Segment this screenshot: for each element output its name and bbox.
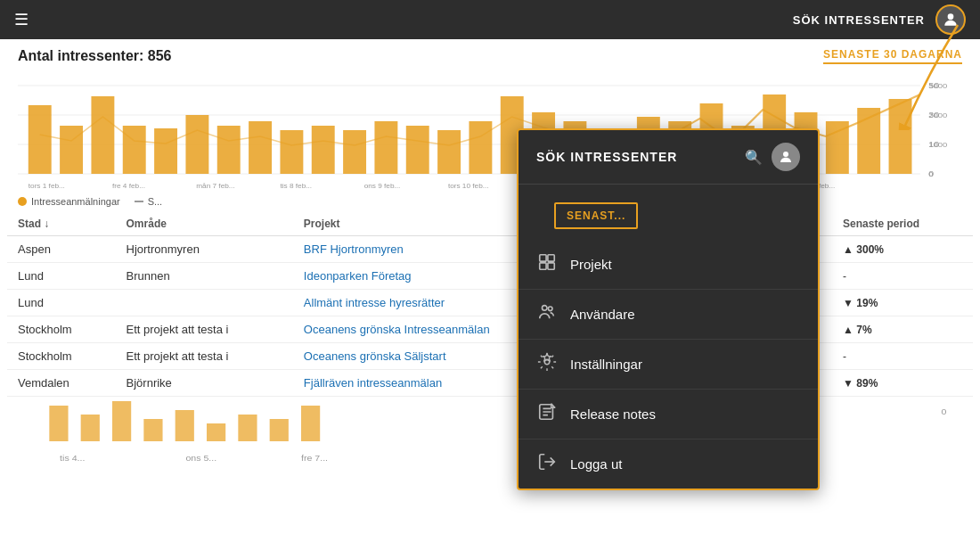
svg-text:mån 7 feb...: mån 7 feb... xyxy=(196,183,234,190)
dropdown-menu: SÖK INTRESSENTER 🔍 SENAST... xyxy=(517,128,820,490)
period-badge[interactable]: SENASTE 30 DAGARNA xyxy=(823,48,962,64)
stats-title: Antal intressenter: 856 xyxy=(18,48,172,64)
menu-item-logga-ut-label: Logga ut xyxy=(570,456,622,472)
projekt-link[interactable]: BRF Hjortronmyren xyxy=(304,242,404,256)
main-content: Antal intressenter: 856 SENASTE 30 DAGAR… xyxy=(0,39,980,542)
svg-rect-16 xyxy=(249,121,272,174)
svg-point-70 xyxy=(548,307,552,311)
svg-rect-68 xyxy=(548,263,554,269)
svg-rect-22 xyxy=(437,130,461,174)
svg-point-64 xyxy=(783,152,788,157)
svg-rect-21 xyxy=(406,126,429,174)
dropdown-period-container: SENAST... xyxy=(519,185,818,240)
projekt-link[interactable]: Oceanens grönska Intresseanmälan xyxy=(304,323,490,336)
cell-stad: Vemdalen xyxy=(7,370,116,397)
cell-stad: Lund xyxy=(7,290,116,316)
svg-rect-13 xyxy=(154,128,177,174)
logga-ut-icon xyxy=(536,452,558,476)
dropdown-period-badge[interactable]: SENAST... xyxy=(554,202,638,229)
svg-text:ons 5...: ons 5... xyxy=(185,454,216,463)
table-row: Aspen Hjortronmyren BRF Hjortronmyren 20… xyxy=(7,236,973,263)
svg-rect-65 xyxy=(540,255,546,261)
menu-item-release-notes-label: Release notes xyxy=(570,406,656,422)
legend-item-1: Intresseanmälningar xyxy=(18,196,120,207)
dropdown-title: SÖK INTRESSENTER xyxy=(536,150,677,164)
svg-rect-20 xyxy=(374,121,397,174)
dropdown-search-icon[interactable]: 🔍 xyxy=(745,149,763,166)
svg-text:tis 8 feb...: tis 8 feb... xyxy=(280,183,312,190)
projekt-link[interactable]: Oceanens grönska Säljstart xyxy=(304,349,446,363)
projekt-link[interactable]: Allmänt intresse hyresrätter xyxy=(304,296,445,309)
cell-omrade: Björnrike xyxy=(116,370,293,397)
table-row: Lund Allmänt intresse hyresrätter 2021-0… xyxy=(7,290,973,316)
legend-item-2: S... xyxy=(135,196,163,207)
svg-rect-11 xyxy=(91,96,114,174)
col-header-omrade[interactable]: Område xyxy=(116,212,293,236)
cell-stad: Lund xyxy=(7,263,116,290)
svg-rect-67 xyxy=(540,263,546,269)
svg-rect-12 xyxy=(123,126,146,174)
svg-text:3000: 3000 xyxy=(928,82,947,90)
top-navigation: ☰ SÖK INTRESSENTER xyxy=(0,0,980,39)
bottom-chart-area: tis 4... ons 5... fre 7... 0 xyxy=(0,397,980,468)
svg-rect-51 xyxy=(81,415,100,441)
cell-stad: Aspen xyxy=(7,236,116,263)
svg-text:tors 10 feb...: tors 10 feb... xyxy=(448,183,489,190)
svg-text:ons 9 feb...: ons 9 feb... xyxy=(364,183,401,190)
table-row: Vemdalen Björnrike Fjällräven intressean… xyxy=(7,370,973,397)
nav-left: ☰ xyxy=(14,10,29,29)
menu-item-projekt[interactable]: Projekt xyxy=(519,240,818,290)
col-header-stad[interactable]: Stad ↓ xyxy=(7,212,116,236)
svg-rect-54 xyxy=(176,410,194,441)
svg-rect-52 xyxy=(112,401,131,441)
cell-omrade xyxy=(116,290,293,316)
hamburger-icon[interactable]: ☰ xyxy=(14,10,29,29)
svg-rect-56 xyxy=(238,415,257,441)
table-row: Stockholm Ett projekt att testa i Oceane… xyxy=(7,343,973,370)
installningar-icon xyxy=(536,352,558,376)
cell-senaste: - xyxy=(832,343,973,370)
user-avatar-button[interactable] xyxy=(935,4,966,35)
table-row: Lund Brunnen Ideonparken Företag - xyxy=(7,263,973,290)
menu-item-logga-ut[interactable]: Logga ut xyxy=(519,439,818,489)
intressenter-table: Stad ↓ Område Projekt Säljansvarig Tillt… xyxy=(7,212,973,397)
menu-item-anvandare[interactable]: Användare xyxy=(519,290,818,340)
svg-rect-53 xyxy=(143,419,162,441)
svg-rect-19 xyxy=(343,130,366,174)
cell-omrade: Ett projekt att testa i xyxy=(116,343,293,370)
dropdown-avatar[interactable] xyxy=(772,143,800,171)
svg-text:1000: 1000 xyxy=(928,141,947,149)
svg-rect-17 xyxy=(280,130,303,174)
cell-senaste: ▲ 300% xyxy=(832,236,973,263)
legend-color-orange xyxy=(18,197,27,206)
svg-text:fre 4 feb...: fre 4 feb... xyxy=(112,183,145,190)
search-intressenter-label: SÖK INTRESSENTER xyxy=(793,13,925,27)
bar-chart-area: 50 30 10 0 xyxy=(0,68,980,193)
dropdown-header: SÖK INTRESSENTER 🔍 xyxy=(519,130,818,185)
projekt-link[interactable]: Ideonparken Företag xyxy=(304,269,412,283)
svg-rect-15 xyxy=(217,126,241,174)
cell-senaste: ▼ 19% xyxy=(832,290,973,316)
menu-item-projekt-label: Projekt xyxy=(570,257,612,272)
cell-stad: Stockholm xyxy=(7,316,116,343)
svg-text:tors 1 feb...: tors 1 feb... xyxy=(29,183,65,190)
cell-omrade: Ett projekt att testa i xyxy=(116,316,293,343)
menu-item-installningar[interactable]: Inställningar xyxy=(519,340,818,390)
col-header-senaste: Senaste period xyxy=(832,212,973,236)
svg-point-69 xyxy=(543,306,548,311)
chart-legend: Intresseanmälningar S... xyxy=(0,193,980,212)
projekt-icon xyxy=(536,252,558,276)
menu-item-release-notes[interactable]: Release notes xyxy=(519,390,818,439)
svg-text:fre 7...: fre 7... xyxy=(301,454,328,463)
legend-label-2: S... xyxy=(148,196,163,207)
menu-item-installningar-label: Inställningar xyxy=(570,357,642,372)
svg-rect-18 xyxy=(312,126,335,174)
projekt-link[interactable]: Fjällräven intresseanmälan xyxy=(304,376,442,390)
svg-text:2000: 2000 xyxy=(928,111,947,119)
svg-text:0: 0 xyxy=(941,407,946,416)
svg-rect-36 xyxy=(889,99,912,174)
svg-rect-57 xyxy=(270,419,289,441)
svg-rect-14 xyxy=(185,115,208,174)
svg-rect-9 xyxy=(29,105,52,174)
cell-senaste: - xyxy=(832,263,973,290)
